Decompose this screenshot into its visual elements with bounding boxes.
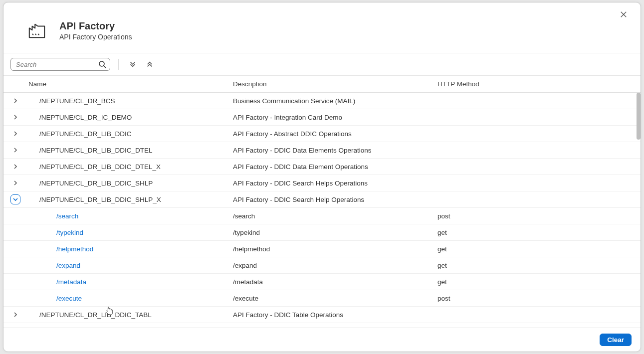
- api-factory-dialog: API Factory API Factory Operations: [3, 2, 641, 352]
- description-cell: API Factory - DDIC Data Element Operatio…: [229, 159, 433, 175]
- table-row[interactable]: /NEPTUNE/CL_DR_IC_DEMOAPI Factory - Inte…: [3, 109, 641, 126]
- http-method-cell: get: [433, 257, 641, 274]
- svg-point-8: [99, 61, 104, 66]
- factory-icon: [27, 21, 46, 40]
- close-button[interactable]: [619, 10, 629, 20]
- table-header-row: Name Description HTTP Method: [3, 76, 641, 93]
- table-row[interactable]: /search/searchpost: [3, 208, 641, 224]
- column-header-http-method[interactable]: HTTP Method: [433, 76, 641, 93]
- collapse-all-button[interactable]: [144, 58, 156, 70]
- tree-node-label: /NEPTUNE/CL_DR_IC_DEMO: [28, 114, 225, 121]
- dialog-header: API Factory API Factory Operations: [3, 2, 641, 53]
- table-row[interactable]: /helpmethod/helpmethodget: [3, 241, 641, 257]
- operation-link[interactable]: /search: [28, 212, 225, 220]
- operation-link[interactable]: /expand: [28, 262, 225, 269]
- description-cell: /search: [229, 208, 433, 224]
- http-method-cell: [433, 191, 641, 208]
- table-row[interactable]: /NEPTUNE/CL_DR_LIB_DDIC_DTEL_XAPI Factor…: [3, 159, 641, 175]
- operation-link[interactable]: /metadata: [28, 278, 225, 286]
- http-method-cell: [433, 109, 641, 126]
- dialog-subtitle: API Factory Operations: [59, 33, 132, 41]
- description-cell: API Factory - DDIC Search Helps Operatio…: [229, 175, 433, 191]
- http-method-cell: [433, 175, 641, 191]
- http-method-cell: [433, 307, 641, 323]
- search-icon: [98, 60, 106, 68]
- svg-point-7: [38, 33, 39, 34]
- svg-point-5: [32, 33, 33, 34]
- toolbar-separator: [118, 59, 119, 70]
- http-method-cell: post: [433, 290, 641, 307]
- double-chevron-up-icon: [146, 61, 153, 68]
- clear-button[interactable]: Clear: [600, 334, 632, 346]
- table-row[interactable]: /NEPTUNE/CL_DR_LIB_DDICAPI Factory - Abs…: [3, 126, 641, 142]
- expand-all-button[interactable]: [127, 58, 139, 70]
- table-row[interactable]: /NEPTUNE/CL_DR_BCSBusiness Communication…: [3, 93, 641, 109]
- http-method-cell: [433, 142, 641, 159]
- tree-node-label: /NEPTUNE/CL_DR_LIB_DDIC_SHLP_X: [28, 196, 225, 203]
- chevron-right-icon[interactable]: [10, 96, 20, 106]
- description-cell: API Factory - DDIC Data Elements Operati…: [229, 142, 433, 159]
- search-field-wrapper: [10, 58, 110, 71]
- tree-node-label: /NEPTUNE/CL_DR_LIB_DDIC_DTEL: [28, 147, 225, 154]
- description-cell: API Factory - DDIC Table Operations: [229, 307, 433, 323]
- table-row[interactable]: /expand/expandget: [3, 257, 641, 274]
- http-method-cell: get: [433, 224, 641, 241]
- chevron-right-icon[interactable]: [10, 145, 20, 155]
- http-method-cell: get: [433, 241, 641, 257]
- http-method-cell: post: [433, 208, 641, 224]
- tree-node-label: /NEPTUNE/CL_DR_LIB_DDIC_SHLP: [28, 179, 225, 187]
- http-method-cell: [433, 93, 641, 109]
- description-cell: API Factory - DDIC Search Help Operation…: [229, 191, 433, 208]
- description-cell: /metadata: [229, 274, 433, 290]
- tree-table: Name Description HTTP Method /NEPTUNE/CL…: [3, 76, 641, 328]
- table-row[interactable]: /NEPTUNE/CL_DR_LIB_DDIC_SHLPAPI Factory …: [3, 175, 641, 191]
- dialog-title: API Factory: [59, 20, 132, 32]
- description-cell: /execute: [229, 290, 433, 307]
- double-chevron-down-icon: [129, 61, 136, 68]
- tree-node-label: /NEPTUNE/CL_DR_BCS: [28, 97, 225, 105]
- chevron-right-icon[interactable]: [10, 162, 20, 172]
- vertical-scrollbar[interactable]: [637, 93, 641, 140]
- chevron-right-icon[interactable]: [10, 112, 20, 122]
- description-cell: /expand: [229, 257, 433, 274]
- chevron-right-icon[interactable]: [10, 129, 20, 139]
- description-cell: /typekind: [229, 224, 433, 241]
- table-row[interactable]: /NEPTUNE/CL_DR_LIB_DDIC_SHLP_XAPI Factor…: [3, 191, 641, 208]
- http-method-cell: [433, 126, 641, 142]
- table-row[interactable]: /NEPTUNE/CL_DR_LIB_DDIC_DTELAPI Factory …: [3, 142, 641, 159]
- http-method-cell: [433, 159, 641, 175]
- svg-point-6: [35, 33, 36, 34]
- description-cell: Business Communication Service (MAIL): [229, 93, 433, 109]
- svg-line-9: [104, 66, 106, 68]
- operation-link[interactable]: /typekind: [28, 229, 225, 236]
- tree-node-label: /NEPTUNE/CL_DR_LIB_DDIC_DTEL_X: [28, 163, 225, 171]
- search-input[interactable]: [10, 58, 110, 71]
- toolbar: [3, 53, 641, 76]
- table-row[interactable]: /execute/executepost: [3, 290, 641, 307]
- table-row[interactable]: /typekind/typekindget: [3, 224, 641, 241]
- column-header-description[interactable]: Description: [229, 76, 433, 93]
- description-cell: /helpmethod: [229, 241, 433, 257]
- chevron-right-icon[interactable]: [10, 178, 20, 188]
- dialog-footer: Clear: [3, 328, 641, 352]
- tree-node-label: /NEPTUNE/CL_DR_LIB_DDIC: [28, 130, 225, 138]
- table-row[interactable]: /metadata/metadataget: [3, 274, 641, 290]
- description-cell: API Factory - Abstract DDIC Operations: [229, 126, 433, 142]
- table-row[interactable]: /NEPTUNE/CL_DR_LIB_DDIC_TABLAPI Factory …: [3, 307, 641, 323]
- tree-node-label: /NEPTUNE/CL_DR_LIB_DDIC_TABL: [28, 311, 225, 319]
- description-cell: API Factory - Integration Card Demo: [229, 109, 433, 126]
- chevron-right-icon[interactable]: [10, 310, 20, 320]
- close-icon: [620, 11, 627, 18]
- http-method-cell: get: [433, 274, 641, 290]
- operation-link[interactable]: /helpmethod: [28, 245, 225, 253]
- column-header-name[interactable]: Name: [24, 76, 229, 93]
- chevron-down-icon[interactable]: [10, 194, 20, 204]
- operation-link[interactable]: /execute: [28, 295, 225, 302]
